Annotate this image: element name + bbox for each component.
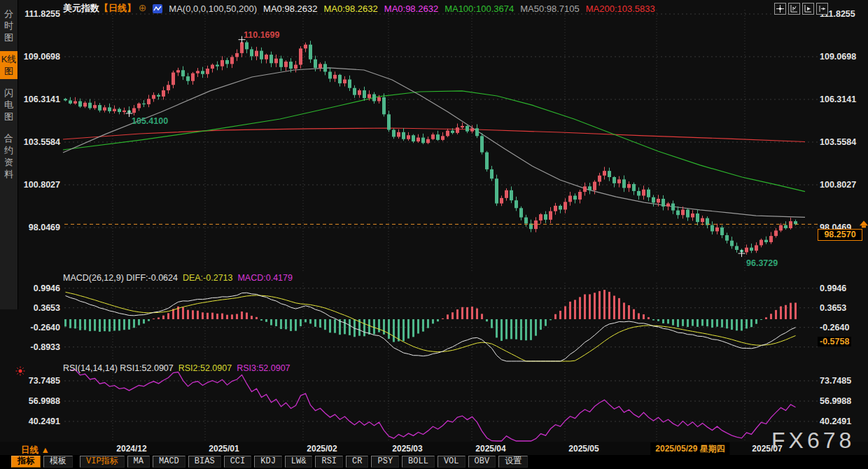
- symbol-name: 美元指数: [63, 3, 99, 13]
- ma0b-value: MA0:98.2632: [323, 4, 377, 14]
- tab-vol[interactable]: VOL: [438, 456, 465, 468]
- tab-macd[interactable]: MACD: [153, 456, 186, 468]
- ma-settings-label[interactable]: MA(0,0,0,100,50,200): [169, 4, 257, 14]
- tab-ma[interactable]: MA: [127, 456, 150, 468]
- rsi-axis-label: 56.9988: [820, 396, 851, 406]
- axis-scale-icon[interactable]: [788, 3, 800, 15]
- macd-dea-value: DEA:-0.2713: [183, 273, 233, 283]
- price-axis-label: 109.0698: [21, 52, 60, 62]
- ma0-value: MA0:98.2632: [263, 4, 317, 14]
- price-axis-label: 111.8255: [21, 9, 60, 19]
- rsi-axis-label: 56.9988: [21, 396, 60, 406]
- price-axis-label: 109.0698: [820, 52, 856, 62]
- pan-reset-icon[interactable]: [816, 3, 828, 15]
- price-axis-label: 100.8027: [21, 180, 60, 190]
- axis-play-icon[interactable]: [802, 3, 814, 15]
- rsi-axis-label: 40.2491: [21, 416, 60, 426]
- ma0c-value: MA0:98.2632: [384, 4, 438, 14]
- macd-axis-label: -0.8933: [21, 342, 60, 352]
- chart-style-icon[interactable]: [153, 4, 162, 13]
- tab-rsi[interactable]: RSI: [315, 456, 343, 468]
- tab-bias[interactable]: BIAS: [188, 456, 221, 468]
- date-label: 2025/03: [392, 444, 422, 454]
- rsi3-value: RSI3:52.0907: [237, 363, 290, 373]
- sidebar: 分时图 K线图 闪电图 合约资料: [0, 0, 18, 309]
- macd-axis-label: 0.9946: [820, 284, 846, 293]
- high-price-label: 110.1699: [244, 30, 279, 40]
- sidebar-item-contract-info[interactable]: 合约资料: [0, 130, 18, 182]
- macd-axis-label: 0.3653: [820, 303, 846, 313]
- date-label: 2024/12: [116, 444, 146, 454]
- price-axis-label: 106.3141: [820, 94, 856, 104]
- chart-toolbar: [774, 3, 828, 15]
- date-label: 2025/02: [307, 444, 337, 454]
- rsi1-value: RSI1:52.0907: [120, 363, 173, 373]
- tab-cci[interactable]: CCI: [224, 456, 252, 468]
- date-label: 2025/01: [209, 444, 239, 454]
- ma200-value: MA200:103.5833: [586, 4, 655, 14]
- pullback-low-label: 105.4100: [132, 116, 168, 126]
- macd-axis-label: -0.2640: [21, 323, 60, 332]
- date-label: 2025/07: [752, 444, 782, 454]
- period-label: 日线: [21, 445, 38, 455]
- price-axis-label: 100.8027: [820, 180, 856, 190]
- tab-kdj[interactable]: KDJ: [254, 456, 282, 468]
- chart-header: 美元指数【日线】 ⊕ MA(0,0,0,100,50,200) MA0:98.2…: [63, 2, 655, 15]
- price-axis-label: 103.5584: [21, 137, 60, 147]
- macd-macd-value: MACD:0.4179: [237, 273, 293, 283]
- chart-canvas[interactable]: [0, 0, 868, 469]
- period-tag: 【日线】: [99, 3, 136, 13]
- tab-lwr[interactable]: LW&: [285, 456, 313, 468]
- chevron-up-icon: ▲: [41, 445, 49, 455]
- current-price-badge: 98.2570: [818, 229, 862, 241]
- tab-indicator[interactable]: 指标: [11, 456, 41, 468]
- sidebar-item-lightning[interactable]: 闪电图: [0, 85, 18, 125]
- macd-axis-label: 0.9946: [21, 284, 60, 293]
- price-axis-label: 98.0469: [21, 223, 60, 232]
- date-highlight-badge: 2025/05/29 星期四: [650, 442, 729, 456]
- macd-diff-value: DIFF:-0.0624: [126, 273, 178, 283]
- tab-cr[interactable]: CR: [346, 456, 368, 468]
- date-label: 2025/04: [475, 444, 505, 454]
- macd-axis-label: 0.3653: [21, 303, 60, 313]
- rsi-params: RSI(14,14,14): [63, 363, 118, 373]
- trading-app: { "header": { "symbol": "美元指数", "period_…: [0, 0, 868, 469]
- price-axis-label: 103.5584: [820, 137, 856, 147]
- macd-params: MACD(26,12,9): [63, 273, 124, 283]
- tab-psy[interactable]: PSY: [371, 456, 399, 468]
- tab-settings[interactable]: 设置: [498, 456, 528, 468]
- rsi-title: RSI(14,14,14) RSI1:52.0907 RSI2:52.0907 …: [63, 363, 290, 373]
- macd-title: MACD(26,12,9) DIFF:-0.0624 DEA:-0.2713 M…: [63, 273, 293, 283]
- price-axis-label: 106.3141: [21, 94, 60, 104]
- rsi-axis-label: 73.7485: [820, 376, 851, 386]
- tab-obv[interactable]: OBV: [468, 456, 496, 468]
- move-icon[interactable]: [774, 3, 786, 15]
- sidebar-item-timeshare[interactable]: 分时图: [0, 6, 18, 46]
- macd-axis-label: -0.2640: [820, 323, 849, 332]
- rsi-axis-label: 40.2491: [820, 416, 851, 426]
- low-price-label: 96.3729: [746, 258, 778, 268]
- rsi-axis-label: 73.7485: [21, 376, 60, 386]
- ma100-value: MA100:100.3674: [444, 4, 514, 14]
- tab-boll[interactable]: BOLL: [402, 456, 435, 468]
- date-label: 2025/05: [568, 444, 598, 454]
- rsi2-value: RSI2:52.0907: [178, 363, 232, 373]
- sidebar-item-kline[interactable]: K线图: [0, 51, 18, 79]
- tab-template[interactable]: 模板: [43, 456, 73, 468]
- macd-current-badge: -0.5758: [818, 337, 851, 346]
- add-indicator-icon[interactable]: ⊕: [139, 2, 147, 13]
- tab-vip-indicator[interactable]: VIP指标: [80, 456, 125, 468]
- ma50-value: MA50:98.7105: [520, 4, 580, 14]
